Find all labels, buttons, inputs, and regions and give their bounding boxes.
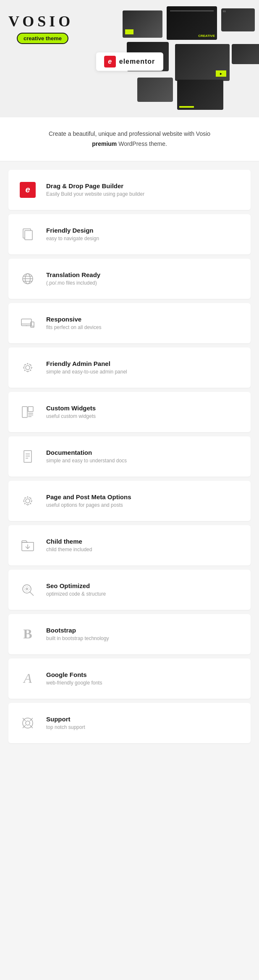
- svg-rect-15: [28, 407, 33, 412]
- svg-rect-7: [21, 319, 31, 326]
- feature-item-drag-drop: e Drag & Drop Page Builder Easily Build …: [8, 170, 251, 210]
- feature-title-child-theme: Child theme: [46, 538, 242, 545]
- feature-subtitle-seo: optimized code & structure: [46, 591, 242, 597]
- feature-text-bootstrap: Bootstrap built in bootstrap technology: [46, 627, 242, 641]
- creative-badge: creative theme: [17, 33, 68, 44]
- feature-icon-seo: [17, 579, 39, 601]
- feature-title-drag-drop: Drag & Drop Page Builder: [46, 182, 242, 189]
- feature-item-google-fonts: A Google Fonts web-friendly google fonts: [8, 659, 251, 699]
- feature-icon-bootstrap: B: [17, 623, 39, 645]
- feature-text-custom-widgets: Custom Widgets useful custom widgets: [46, 404, 242, 419]
- collage-img-8: [232, 44, 259, 64]
- feature-item-custom-widgets: Custom Widgets useful custom widgets: [8, 392, 251, 432]
- pages-icon: [20, 226, 36, 242]
- responsive-icon: [20, 315, 36, 331]
- feature-title-documentation: Documentation: [46, 449, 242, 456]
- feature-title-bootstrap: Bootstrap: [46, 627, 242, 634]
- logo: VOSIO: [8, 13, 73, 30]
- svg-rect-1: [25, 231, 32, 240]
- feature-text-responsive: Responsive fits perfect on all devices: [46, 316, 242, 330]
- collage-img-5: ▶: [175, 44, 230, 81]
- feature-title-custom-widgets: Custom Widgets: [46, 404, 242, 412]
- feature-subtitle-child-theme: child theme included: [46, 547, 242, 552]
- feature-item-support: Support top notch support: [8, 703, 251, 743]
- svg-rect-19: [24, 451, 31, 462]
- svg-point-28: [24, 586, 29, 591]
- feature-icon-child-theme: [17, 534, 39, 556]
- collage-img-7: [177, 80, 223, 110]
- feature-icon-translation: [17, 268, 39, 290]
- feature-icon-custom-widgets: [17, 401, 39, 423]
- feature-item-documentation: Documentation simple and easy to underst…: [8, 436, 251, 477]
- svg-rect-10: [31, 322, 34, 327]
- collage-img-3: 03: [221, 8, 255, 31]
- feature-subtitle-admin-panel: simple and easy-to-use admin panel: [46, 369, 242, 375]
- feature-title-seo: Seo Optimized: [46, 582, 242, 589]
- svg-rect-14: [22, 407, 27, 417]
- elementor-label: elementor: [119, 58, 155, 65]
- elementor-badge: e elementor: [96, 52, 163, 71]
- feature-text-translation: Translation Ready (.po/.mo files include…: [46, 271, 242, 286]
- intro-text: Create a beautiful, unique and professio…: [17, 129, 242, 149]
- feature-title-google-fonts: Google Fonts: [46, 671, 242, 678]
- feature-subtitle-drag-drop: Easily Build your website using page bui…: [46, 191, 242, 197]
- feature-item-translation: Translation Ready (.po/.mo files include…: [8, 259, 251, 299]
- feature-subtitle-friendly-design: easy to navigate design: [46, 236, 242, 241]
- feature-subtitle-bootstrap: built in bootstrap technology: [46, 635, 242, 641]
- feature-title-friendly-design: Friendly Design: [46, 227, 242, 234]
- feature-text-meta-options: Page and Post Meta Options useful option…: [46, 493, 242, 508]
- feature-title-support: Support: [46, 716, 242, 723]
- feature-item-seo: Seo Optimized optimized code & structure: [8, 570, 251, 610]
- feature-title-admin-panel: Friendly Admin Panel: [46, 360, 242, 367]
- fonts-icon: A: [24, 671, 32, 686]
- svg-point-29: [26, 588, 28, 590]
- svg-point-23: [26, 499, 30, 503]
- svg-point-31: [26, 721, 30, 725]
- intro-bold: premium: [92, 140, 117, 147]
- svg-point-12: [26, 366, 30, 370]
- feature-icon-google-fonts: A: [17, 668, 39, 690]
- feature-text-child-theme: Child theme child theme included: [46, 538, 242, 552]
- feature-icon-friendly-design: [17, 223, 39, 245]
- support-icon: [20, 715, 36, 731]
- feature-subtitle-google-fonts: web-friendly google fonts: [46, 680, 242, 686]
- feature-subtitle-meta-options: useful options for pages and posts: [46, 502, 242, 508]
- features-section: e Drag & Drop Page Builder Easily Build …: [0, 161, 259, 760]
- gear-icon: [20, 493, 36, 509]
- svg-line-27: [30, 592, 34, 596]
- feature-text-google-fonts: Google Fonts web-friendly google fonts: [46, 671, 242, 686]
- header-section: VOSIO creative theme CREATIVE 03: [0, 0, 259, 117]
- feature-icon-drag-drop: e: [17, 179, 39, 201]
- feature-icon-meta-options: [17, 490, 39, 512]
- feature-item-responsive: Responsive fits perfect on all devices: [8, 303, 251, 343]
- elementor-icon: e: [104, 56, 116, 67]
- feature-item-meta-options: Page and Post Meta Options useful option…: [8, 481, 251, 521]
- seo-icon: [20, 582, 36, 598]
- feature-item-child-theme: Child theme child theme included: [8, 525, 251, 565]
- widget-icon: [20, 404, 36, 420]
- gear-icon: [20, 360, 36, 376]
- feature-text-drag-drop: Drag & Drop Page Builder Easily Build yo…: [46, 182, 242, 197]
- folder-icon: [20, 537, 36, 553]
- feature-text-support: Support top notch support: [46, 716, 242, 730]
- feature-item-admin-panel: Friendly Admin Panel simple and easy-to-…: [8, 347, 251, 388]
- feature-text-seo: Seo Optimized optimized code & structure: [46, 582, 242, 597]
- feature-text-friendly-design: Friendly Design easy to navigate design: [46, 227, 242, 241]
- feature-icon-support: [17, 712, 39, 734]
- feature-title-responsive: Responsive: [46, 316, 242, 323]
- feature-title-meta-options: Page and Post Meta Options: [46, 493, 242, 500]
- feature-subtitle-translation: (.po/.mo files included): [46, 280, 242, 286]
- feature-item-friendly-design: Friendly Design easy to navigate design: [8, 214, 251, 254]
- feature-item-bootstrap: B Bootstrap built in bootstrap technolog…: [8, 614, 251, 654]
- bootstrap-icon: B: [23, 626, 32, 642]
- feature-title-translation: Translation Ready: [46, 271, 242, 278]
- elementor-feature-icon: e: [20, 182, 36, 198]
- intro-section: Create a beautiful, unique and professio…: [0, 117, 259, 161]
- feature-icon-admin-panel: [17, 357, 39, 379]
- feature-icon-documentation: [17, 446, 39, 467]
- globe-icon: [20, 271, 36, 287]
- feature-subtitle-custom-widgets: useful custom widgets: [46, 413, 242, 419]
- feature-text-documentation: Documentation simple and easy to underst…: [46, 449, 242, 464]
- feature-icon-responsive: [17, 312, 39, 334]
- collage-img-6: [137, 78, 173, 102]
